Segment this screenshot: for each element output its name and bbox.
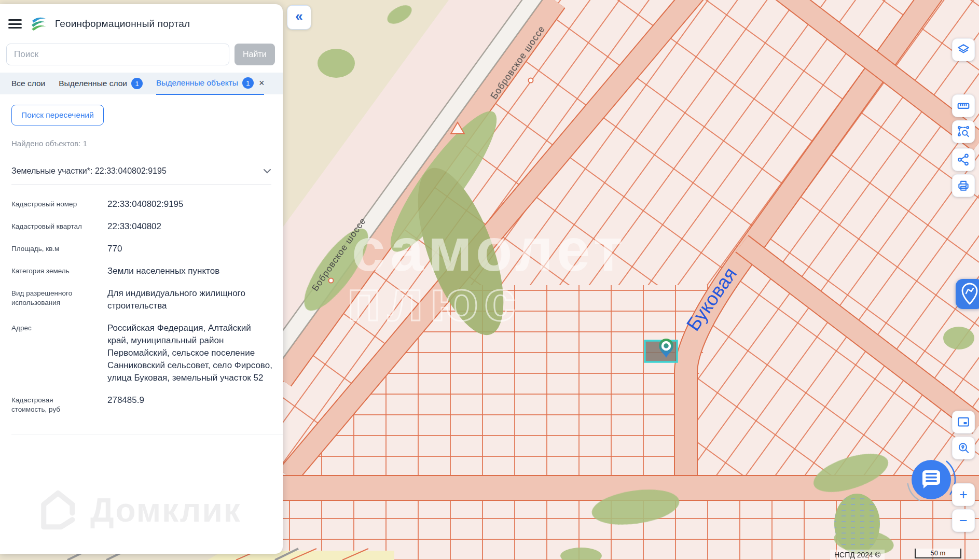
detail-row: Кадастровый квартал 22:33:040802: [11, 220, 273, 233]
zoom-in-button[interactable]: +: [952, 483, 975, 506]
attribution-text: НСПД 2024 ©: [834, 551, 880, 559]
tab-selected-layers[interactable]: Выделенные слои 1: [59, 73, 143, 94]
detail-value: Российская Федерация, Алтайский край, му…: [107, 322, 272, 384]
chevron-down-icon[interactable]: [263, 169, 271, 174]
detail-label: Категория земель: [11, 265, 90, 277]
ruler-icon: [957, 99, 970, 113]
measure-button[interactable]: [952, 94, 975, 117]
detail-label: Площадь, кв.м: [11, 243, 90, 255]
tab-selected-objects[interactable]: Выделенные объекты 1 ×: [156, 72, 264, 95]
sidebar-header: Геоинформационный портал: [0, 4, 283, 39]
layer-tabs: Все слои Выделенные слои 1 Выделенные об…: [0, 73, 283, 94]
object-header[interactable]: Земельные участки*: 22:33:040802:9195: [11, 166, 271, 176]
menu-icon[interactable]: [8, 19, 22, 29]
tab-all-layers-label: Все слои: [11, 79, 45, 88]
divider: [11, 184, 271, 185]
divider: [11, 435, 283, 435]
detail-value: Для индивидуального жилищного строительс…: [107, 287, 272, 312]
search-button[interactable]: Найти: [235, 44, 275, 65]
selected-layers-badge: 1: [131, 78, 143, 89]
nspd-pin-map-icon: [959, 283, 979, 305]
picture-in-picture-icon: [957, 415, 970, 429]
detail-row: Площадь, кв.м 770: [11, 243, 273, 255]
app-window: самолет плюс Бобровское шоссе Бобровское…: [0, 0, 979, 560]
share-button[interactable]: [952, 148, 975, 171]
overview-map-button[interactable]: [952, 411, 975, 433]
select-area-search-button[interactable]: [952, 120, 975, 143]
marsh-area: [834, 494, 880, 554]
search-input[interactable]: [6, 44, 229, 65]
parcel-details: Кадастровый номер 22:33:040802:9195 Када…: [11, 198, 273, 435]
detail-value: Земли населенных пунктов: [107, 265, 272, 277]
layers-icon: [957, 43, 970, 57]
scale-bar: 50 m: [915, 549, 961, 558]
scale-label: 50 m: [931, 549, 946, 557]
watermark-plus: плюс: [347, 269, 522, 332]
tab-selected-layers-label: Выделенные слои: [59, 79, 127, 88]
intersection-search-button[interactable]: Поиск пересечений: [11, 105, 104, 125]
print-button[interactable]: [952, 174, 975, 197]
close-tab-icon[interactable]: ×: [259, 78, 265, 88]
detail-label: Кадастровый номер: [11, 198, 90, 211]
minus-icon: −: [959, 514, 968, 528]
detail-row: Вид разрешенного использования Для индив…: [11, 287, 273, 312]
app-title: Геоинформационный портал: [55, 18, 190, 30]
detail-row: Кадастровый номер 22:33:040802:9195: [11, 198, 273, 211]
object-header-label: Земельные участки*: 22:33:040802:9195: [11, 166, 167, 176]
detail-label: Кадастровый квартал: [11, 220, 90, 233]
share-icon: [957, 153, 970, 166]
tab-selected-objects-label: Выделенные объекты: [156, 78, 238, 88]
sidebar-panel: Геоинформационный портал Найти Все слои …: [0, 4, 283, 554]
selected-objects-badge: 1: [242, 77, 254, 89]
portal-logo-icon: [29, 15, 48, 33]
detail-label: Кадастровая стоимость, руб: [11, 394, 90, 414]
detail-value: 22:33:040802:9195: [107, 198, 272, 211]
layers-button[interactable]: [952, 38, 975, 61]
map-attribution: НСПД 2024 ©: [830, 550, 885, 560]
zoom-out-button[interactable]: −: [952, 509, 975, 532]
detail-row: Категория земель Земли населенных пункто…: [11, 265, 273, 277]
detail-label: Адрес: [11, 322, 90, 384]
support-chat-button[interactable]: [905, 454, 957, 506]
detail-label: Вид разрешенного использования: [11, 287, 90, 312]
area-search-icon: [957, 125, 970, 138]
nspd-map-button[interactable]: [956, 279, 979, 309]
detail-value: 770: [107, 243, 272, 255]
tab-all-layers[interactable]: Все слои: [11, 73, 45, 94]
search-location-icon: [957, 441, 970, 455]
plus-icon: +: [959, 488, 968, 502]
collapse-sidebar-button[interactable]: «: [287, 5, 311, 30]
found-objects-label: Найдено объектов: 1: [11, 139, 283, 148]
detail-row: Кадастровая стоимость, руб 278485.9: [11, 394, 273, 414]
domclick-house-icon: [33, 486, 81, 534]
watermark-domclick: Домклик: [33, 486, 241, 534]
detail-row: Адрес Российская Федерация, Алтайский кр…: [11, 322, 273, 384]
detail-value: 22:33:040802: [107, 220, 272, 233]
printer-icon: [957, 179, 970, 192]
detail-value: 278485.9: [107, 394, 272, 414]
